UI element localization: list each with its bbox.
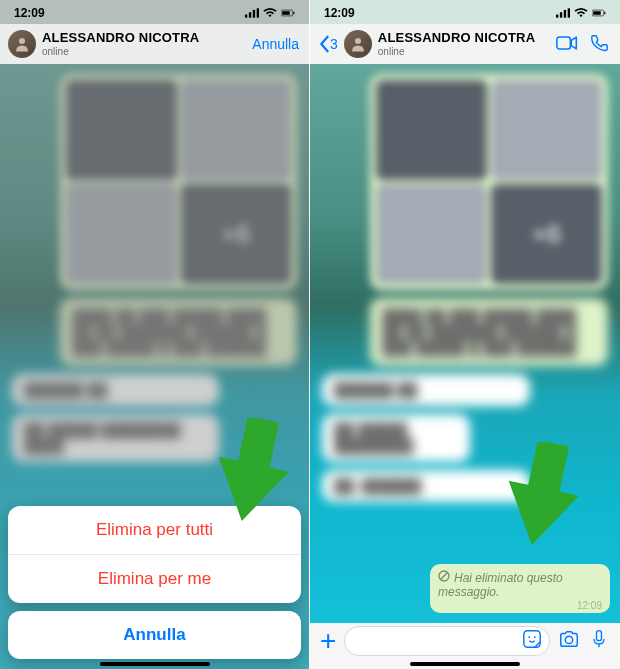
svg-rect-10: [560, 12, 562, 17]
message-input[interactable]: [344, 626, 550, 656]
deleted-message-bubble[interactable]: Hai eliminato questo messaggio. 12:09: [430, 564, 610, 613]
media-cell: [491, 80, 602, 180]
wifi-icon: [574, 8, 588, 18]
cellular-icon: [556, 8, 570, 18]
svg-rect-17: [557, 37, 571, 49]
svg-point-16: [355, 38, 361, 44]
deleted-message-text: Hai eliminato questo messaggio.: [438, 571, 563, 599]
contact-name: ALESSANDRO NICOTRA: [42, 31, 244, 45]
svg-rect-1: [249, 12, 251, 17]
svg-point-23: [565, 636, 572, 643]
back-count: 3: [330, 36, 338, 52]
action-sheet-cancel-button[interactable]: Annulla: [8, 611, 301, 659]
svg-rect-14: [593, 11, 601, 15]
svg-rect-6: [293, 12, 294, 14]
sticker-icon[interactable]: [521, 629, 543, 653]
status-bar: 12:09: [310, 0, 620, 24]
attach-button[interactable]: +: [320, 625, 336, 657]
green-arrow-annotation: [198, 418, 288, 528]
wifi-icon: [263, 8, 277, 18]
status-time: 12:09: [14, 6, 45, 20]
media-cell-more: +6: [491, 184, 602, 284]
contact-avatar[interactable]: [344, 30, 372, 58]
status-icons: [245, 8, 295, 18]
svg-rect-5: [282, 11, 290, 15]
svg-point-22: [534, 636, 536, 638]
voice-call-button[interactable]: [586, 33, 612, 56]
green-arrow-annotation: [488, 442, 578, 552]
svg-point-7: [19, 38, 25, 44]
media-cell: [376, 184, 487, 284]
svg-marker-26: [497, 442, 578, 552]
contact-status: online: [42, 46, 244, 57]
cellular-icon: [245, 8, 259, 18]
back-button[interactable]: 3: [318, 35, 338, 53]
contact-title-block[interactable]: ALESSANDRO NICOTRA online: [42, 31, 244, 56]
home-indicator[interactable]: [100, 662, 210, 666]
microphone-button[interactable]: [588, 629, 610, 653]
status-bar: 12:09: [0, 0, 309, 24]
phone-right-deleted-state: 12:09 3 ALESSANDRO NICOTRA online: [310, 0, 620, 669]
svg-line-19: [441, 573, 447, 579]
battery-icon: [592, 8, 606, 18]
svg-rect-12: [568, 8, 570, 17]
video-call-button[interactable]: [554, 33, 580, 56]
outgoing-bubble: ████ ██ ███ █████ ████ ██ ██ ███████ ███…: [370, 298, 608, 366]
delete-for-me-button[interactable]: Elimina per me: [8, 555, 301, 603]
status-icons: [556, 8, 606, 18]
battery-icon: [281, 8, 295, 18]
svg-rect-3: [257, 8, 259, 17]
svg-rect-15: [604, 12, 605, 14]
chat-header: 3 ALESSANDRO NICOTRA online: [310, 24, 620, 64]
incoming-bubble: ██████ ██: [322, 374, 530, 406]
deleted-message-time: 12:09: [577, 600, 602, 611]
contact-avatar[interactable]: [8, 30, 36, 58]
contact-title-block[interactable]: ALESSANDRO NICOTRA online: [378, 31, 548, 56]
media-grid: +6: [370, 74, 608, 290]
media-cell: [376, 80, 487, 180]
svg-marker-8: [207, 418, 288, 528]
svg-point-21: [528, 636, 530, 638]
phone-left-delete-dialog: 12:09 ALESSANDRO NICOTRA online Annulla …: [0, 0, 310, 669]
svg-rect-11: [564, 10, 566, 18]
svg-rect-2: [253, 10, 255, 18]
status-time: 12:09: [324, 6, 355, 20]
chat-background: +6 ████ ██ ███ █████ ████ ██ ██ ███████ …: [310, 64, 620, 669]
svg-rect-0: [245, 15, 247, 18]
svg-rect-24: [597, 631, 602, 641]
incoming-bubble: ██ █████ ████████: [322, 414, 470, 462]
chat-header: ALESSANDRO NICOTRA online Annulla: [0, 24, 309, 64]
cancel-link[interactable]: Annulla: [250, 36, 301, 52]
contact-status: online: [378, 46, 548, 57]
prohibited-icon: [438, 570, 450, 585]
svg-rect-9: [556, 15, 558, 18]
contact-name: ALESSANDRO NICOTRA: [378, 31, 548, 45]
home-indicator[interactable]: [410, 662, 520, 666]
camera-button[interactable]: [558, 629, 580, 653]
delete-action-sheet: Elimina per tutti Elimina per me Annulla: [8, 506, 301, 659]
